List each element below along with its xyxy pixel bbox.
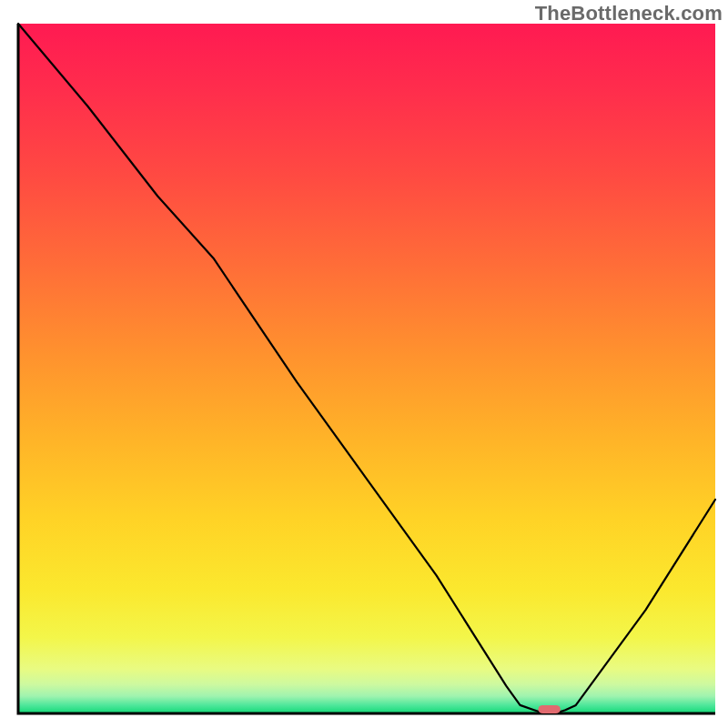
sweet-spot-marker bbox=[538, 705, 561, 713]
chart-container: TheBottleneck.com bbox=[0, 0, 728, 728]
plot-background bbox=[18, 24, 715, 713]
bottleneck-chart bbox=[0, 0, 728, 728]
